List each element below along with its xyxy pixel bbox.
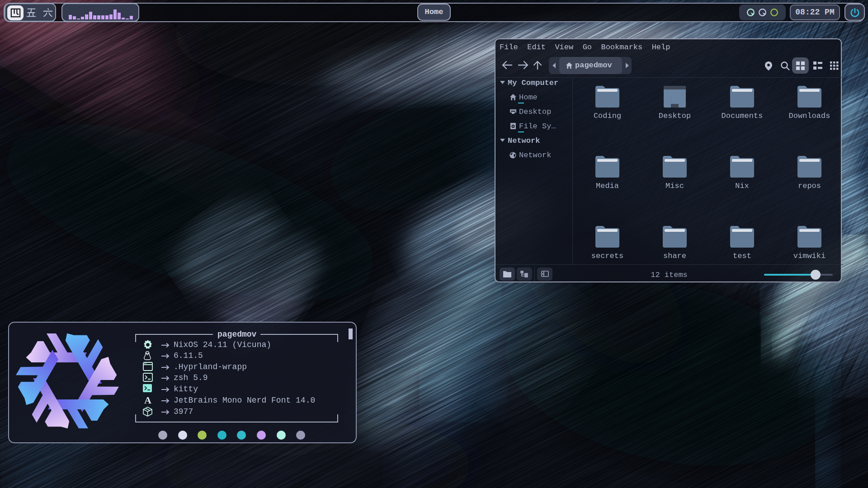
svg-text:A: A (144, 395, 151, 405)
